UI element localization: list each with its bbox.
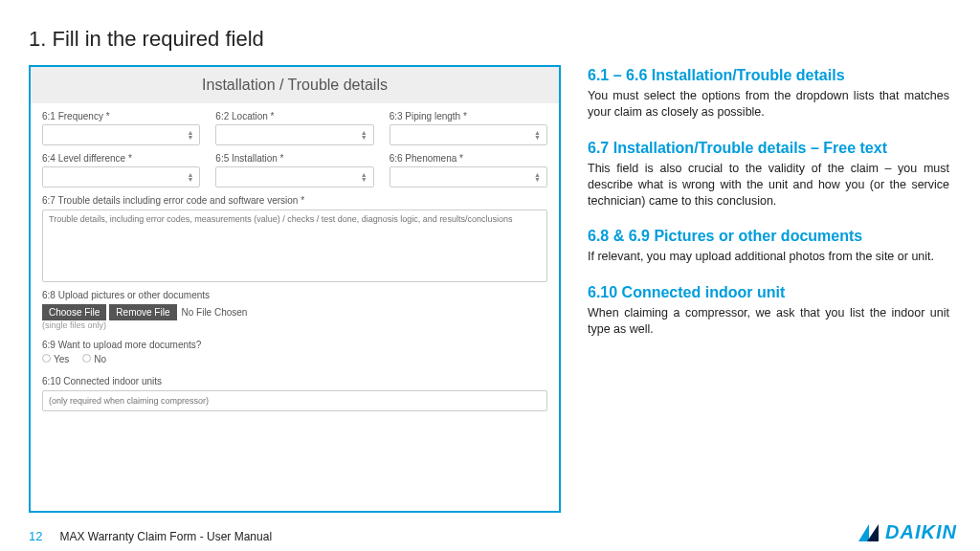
- logo-text: DAIKIN: [885, 521, 957, 543]
- dropdown-icon: ▲▼: [187, 130, 193, 140]
- para-6-8-6-9: If relevant, you may upload additional p…: [588, 249, 949, 265]
- heading-6-1-6-6: 6.1 – 6.6 Installation/Trouble details: [588, 67, 949, 84]
- label-connected-indoor: 6:10 Connected indoor units: [42, 376, 547, 386]
- input-connected-indoor[interactable]: [42, 390, 547, 411]
- select-location[interactable]: ▲▼: [215, 124, 373, 145]
- label-piping-length: 6:3 Piping length *: [390, 111, 547, 121]
- textarea-trouble-details[interactable]: [42, 209, 547, 282]
- para-6-7: This field is also crucial to the validi…: [588, 161, 949, 209]
- label-frequency: 6:1 Frequency *: [42, 111, 200, 121]
- heading-6-7: 6.7 Installation/Trouble details – Free …: [588, 140, 949, 157]
- dropdown-icon: ▲▼: [534, 172, 541, 182]
- radio-icon: [42, 354, 51, 363]
- radio-yes-label: Yes: [54, 354, 69, 364]
- form-header: Installation / Trouble details: [31, 67, 559, 103]
- heading-6-10: 6.10 Connected indoor unit: [588, 284, 949, 301]
- label-trouble-details: 6:7 Trouble details including error code…: [42, 195, 547, 206]
- para-6-10: When claiming a compressor, we ask that …: [588, 305, 949, 338]
- select-level-difference[interactable]: ▲▼: [42, 166, 200, 187]
- form-screenshot: Installation / Trouble details 6:1 Frequ…: [29, 65, 561, 513]
- heading-6-8-6-9: 6.8 & 6.9 Pictures or other documents: [588, 228, 949, 245]
- label-installation: 6:5 Installation *: [215, 153, 373, 164]
- choose-file-button[interactable]: Choose File: [42, 304, 106, 320]
- select-phenomena[interactable]: ▲▼: [390, 166, 547, 187]
- dropdown-icon: ▲▼: [534, 130, 541, 140]
- page-title: 1. Fill in the required field: [29, 27, 264, 52]
- daikin-logo: DAIKIN: [858, 521, 957, 543]
- logo-icon: [858, 524, 880, 541]
- dropdown-icon: ▲▼: [187, 172, 193, 182]
- select-piping-length[interactable]: ▲▼: [390, 124, 547, 145]
- page-number: 12: [29, 529, 42, 543]
- radio-no[interactable]: No: [82, 354, 106, 364]
- dropdown-icon: ▲▼: [361, 172, 368, 182]
- label-location: 6:2 Location *: [215, 111, 373, 121]
- footer: 12 MAX Warranty Claim Form - User Manual: [29, 529, 272, 543]
- label-upload-more: 6:9 Want to upload more documents?: [42, 340, 547, 350]
- footer-text: MAX Warranty Claim Form - User Manual: [59, 530, 272, 543]
- label-level-difference: 6:4 Level difference *: [42, 153, 200, 164]
- label-phenomena: 6:6 Phenomena *: [390, 153, 547, 164]
- para-6-1-6-6: You must select the options from the dro…: [588, 88, 949, 121]
- single-files-hint: (single files only): [42, 320, 547, 330]
- radio-no-label: No: [94, 354, 106, 364]
- radio-yes[interactable]: Yes: [42, 354, 69, 364]
- label-upload-pictures: 6:8 Upload pictures or other documents: [42, 290, 547, 300]
- select-installation[interactable]: ▲▼: [215, 166, 373, 187]
- select-frequency[interactable]: ▲▼: [42, 124, 200, 145]
- radio-icon: [82, 354, 91, 363]
- dropdown-icon: ▲▼: [361, 130, 368, 140]
- instructions-column: 6.1 – 6.6 Installation/Trouble details Y…: [588, 67, 949, 357]
- no-file-text: No File Chosen: [182, 307, 248, 318]
- remove-file-button[interactable]: Remove File: [109, 304, 176, 320]
